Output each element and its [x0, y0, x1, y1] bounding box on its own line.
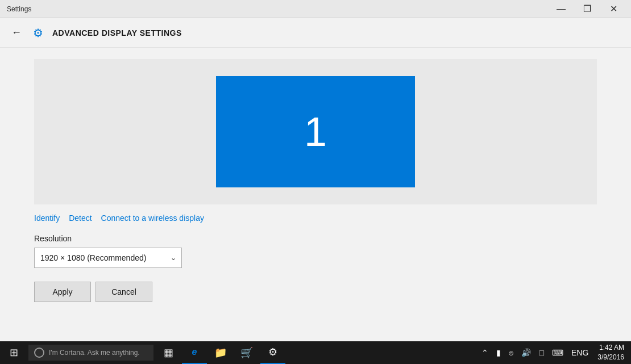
clock-date: 3/9/2016: [597, 353, 624, 362]
start-button[interactable]: ⊞: [0, 341, 27, 364]
settings-button[interactable]: ⚙: [260, 341, 285, 364]
main-content: 1 Identify Detect Connect to a wireless …: [0, 48, 631, 341]
folder-icon: 📁: [214, 346, 227, 359]
system-clock[interactable]: 1:42 AM 3/9/2016: [593, 343, 629, 362]
cortana-circle-icon: [34, 348, 44, 358]
title-text: Settings: [7, 5, 31, 13]
taskbar: ⊞ I'm Cortana. Ask me anything. ▦ e 📁 🛒 …: [0, 341, 631, 364]
restore-button[interactable]: ❐: [574, 0, 600, 18]
page-title: ADVANCED DISPLAY SETTINGS: [52, 28, 182, 37]
monitor-number: 1: [304, 108, 327, 155]
wireless-display-link[interactable]: Connect to a wireless display: [101, 214, 204, 223]
file-explorer-button[interactable]: 📁: [208, 341, 233, 364]
apply-button[interactable]: Apply: [34, 282, 91, 302]
store-icon: 🛒: [240, 346, 253, 359]
detect-link[interactable]: Detect: [69, 214, 92, 223]
settings-gear-icon: ⚙: [33, 26, 43, 40]
back-button[interactable]: ←: [9, 24, 24, 41]
display-preview-area: 1: [34, 59, 597, 204]
clock-time: 1:42 AM: [597, 343, 624, 353]
settings-icon: ⚙: [268, 346, 277, 358]
wifi-icon[interactable]: ⌾: [505, 341, 517, 364]
battery-icon[interactable]: ▮: [493, 341, 504, 364]
task-view-icon: ▦: [164, 346, 173, 359]
tray-chevron[interactable]: ⌃: [478, 341, 492, 364]
minimize-button[interactable]: —: [548, 0, 574, 18]
edge-icon: e: [192, 347, 197, 357]
title-bar-controls: — ❐ ✕: [548, 0, 626, 18]
keyboard-icon[interactable]: ⌨: [549, 341, 567, 364]
resolution-select-wrapper: 1920 × 1080 (Recommended)1600 × 9001366 …: [34, 248, 182, 268]
links-row: Identify Detect Connect to a wireless di…: [34, 214, 597, 223]
cortana-search[interactable]: I'm Cortana. Ask me anything.: [28, 345, 153, 361]
identify-link[interactable]: Identify: [34, 214, 60, 223]
cancel-button[interactable]: Cancel: [96, 282, 152, 302]
resolution-label: Resolution: [34, 234, 597, 243]
header-bar: ← ⚙ ADVANCED DISPLAY SETTINGS: [0, 18, 631, 48]
volume-icon[interactable]: 🔊: [518, 341, 534, 364]
close-button[interactable]: ✕: [600, 0, 626, 18]
monitor-box: 1: [216, 76, 415, 187]
title-bar-left: Settings: [7, 5, 31, 13]
title-bar: Settings — ❐ ✕: [0, 0, 631, 18]
notifications-icon[interactable]: □: [535, 341, 547, 364]
windows-icon: ⊞: [10, 346, 18, 359]
buttons-row: Apply Cancel: [34, 282, 597, 302]
system-tray: ⌃ ▮ ⌾ 🔊 □ ⌨ ENG 1:42 AM 3/9/2016: [478, 341, 631, 364]
task-view-button[interactable]: ▦: [156, 341, 181, 364]
resolution-dropdown[interactable]: 1920 × 1080 (Recommended)1600 × 9001366 …: [34, 248, 182, 268]
edge-browser-button[interactable]: e: [182, 341, 207, 364]
language-label[interactable]: ENG: [568, 341, 592, 364]
taskbar-apps: ▦ e 📁 🛒 ⚙: [156, 341, 285, 364]
cortana-placeholder-text: I'm Cortana. Ask me anything.: [49, 349, 140, 357]
store-button[interactable]: 🛒: [234, 341, 259, 364]
